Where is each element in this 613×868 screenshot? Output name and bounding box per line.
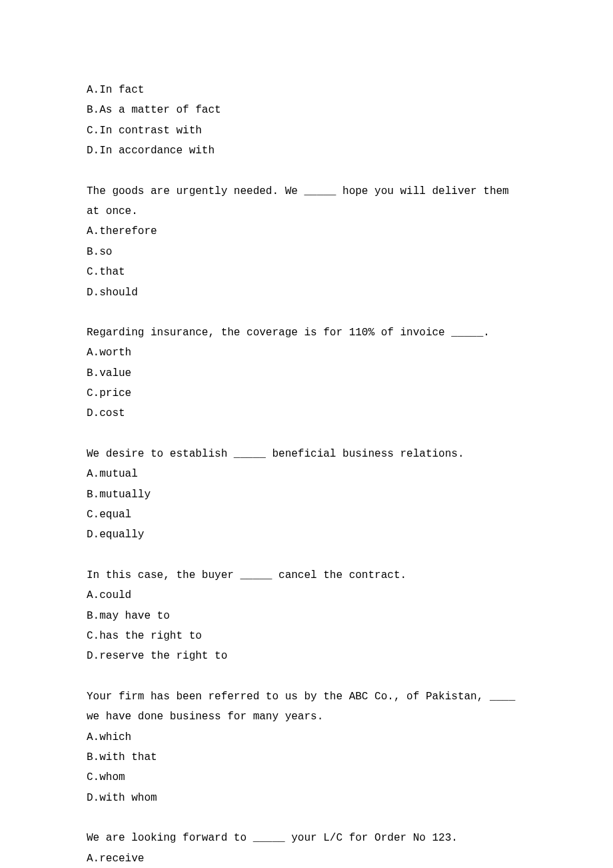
question-stem: Your firm has been referred to us by the… <box>87 687 526 727</box>
option-b: B.value <box>87 363 526 383</box>
option-d: D.should <box>87 283 526 303</box>
question-block: A.In fact B.As a matter of fact C.In con… <box>87 80 526 161</box>
question-stem: The goods are urgently needed. We _____ … <box>87 181 526 222</box>
question-block: In this case, the buyer _____ cancel the… <box>87 565 526 667</box>
question-stem: Regarding insurance, the coverage is for… <box>87 323 526 343</box>
question-stem: In this case, the buyer _____ cancel the… <box>87 565 526 585</box>
option-b: B.may have to <box>87 606 526 626</box>
question-stem: We are looking forward to _____ your L/C… <box>87 828 526 848</box>
option-c: C.equal <box>87 505 526 525</box>
option-b: B.with that <box>87 747 526 767</box>
option-a: A.worth <box>87 343 526 363</box>
option-b: B.mutually <box>87 485 526 505</box>
option-d: D.cost <box>87 403 526 423</box>
option-c: C.price <box>87 383 526 403</box>
option-a: A.In fact <box>87 80 526 100</box>
question-block: The goods are urgently needed. We _____ … <box>87 181 526 303</box>
option-a: A.which <box>87 727 526 747</box>
option-b: B.As a matter of fact <box>87 100 526 120</box>
option-d: D.equally <box>87 525 526 545</box>
question-block: Regarding insurance, the coverage is for… <box>87 323 526 424</box>
question-block: We are looking forward to _____ your L/C… <box>87 828 526 868</box>
document-page: A.In fact B.As a matter of fact C.In con… <box>0 0 613 868</box>
question-block: Your firm has been referred to us by the… <box>87 687 526 808</box>
option-d: D.In accordance with <box>87 141 526 161</box>
option-a: A.could <box>87 585 526 605</box>
question-stem: We desire to establish _____ beneficial … <box>87 444 526 464</box>
question-block: We desire to establish _____ beneficial … <box>87 444 526 545</box>
option-d: D.reserve the right to <box>87 646 526 666</box>
option-a: A.receive <box>87 849 526 869</box>
option-c: C.In contrast with <box>87 121 526 141</box>
option-d: D.with whom <box>87 788 526 808</box>
option-c: C.has the right to <box>87 626 526 646</box>
option-b: B.so <box>87 242 526 262</box>
option-a: A.mutual <box>87 464 526 484</box>
option-c: C.whom <box>87 767 526 787</box>
option-c: C.that <box>87 262 526 282</box>
option-a: A.therefore <box>87 221 526 241</box>
